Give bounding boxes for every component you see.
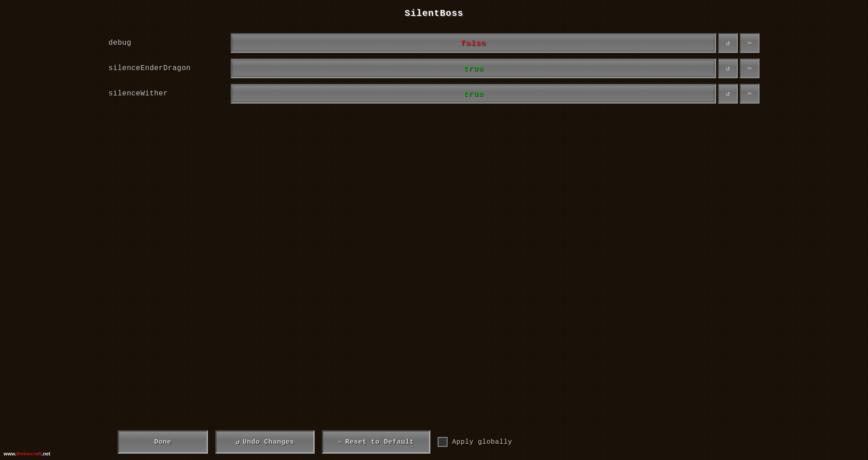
- debug-label: debug: [108, 39, 231, 47]
- silence-wither-value-box[interactable]: true: [231, 84, 716, 104]
- silence-ender-dragon-value-container: true ↺ ✂: [231, 58, 760, 78]
- debug-undo-button[interactable]: ↺: [718, 33, 738, 53]
- watermark-suffix: .net: [42, 451, 51, 456]
- settings-area: debug false ↺ ✂ silenceEnderDragon true …: [0, 28, 868, 104]
- bottom-bar: Done ↺ Undo Changes ✂ Reset to Default A…: [0, 424, 868, 460]
- undo-small-icon-3: ↺: [726, 89, 730, 98]
- reset-to-default-button[interactable]: ✂ Reset to Default: [322, 430, 430, 454]
- apply-globally-container: Apply globally: [438, 437, 512, 447]
- undo-small-icon-2: ↺: [726, 64, 730, 73]
- silence-ender-dragon-label: silenceEnderDragon: [108, 64, 231, 72]
- debug-scissor-button[interactable]: ✂: [740, 33, 760, 53]
- debug-value-box[interactable]: false: [231, 33, 716, 53]
- setting-row-silence-wither: silenceWither true ↺ ✂: [108, 83, 760, 104]
- silence-ender-dragon-value: true: [463, 64, 484, 73]
- undo-changes-button[interactable]: ↺ Undo Changes: [215, 430, 315, 454]
- undo-label: Undo Changes: [243, 438, 294, 446]
- apply-globally-checkbox[interactable]: [438, 437, 448, 447]
- done-button[interactable]: Done: [118, 430, 208, 454]
- silence-wither-value: true: [463, 90, 484, 98]
- silence-ender-dragon-undo-button[interactable]: ↺: [718, 58, 738, 78]
- reset-label: Reset to Default: [345, 438, 414, 446]
- setting-row-debug: debug false ↺ ✂: [108, 32, 760, 54]
- silence-wither-value-container: true ↺ ✂: [231, 84, 760, 104]
- scissor-icon: ✂: [747, 38, 752, 47]
- apply-globally-label: Apply globally: [452, 438, 512, 446]
- reset-icon: ✂: [338, 438, 343, 446]
- watermark-site: 9minecraft: [16, 451, 42, 456]
- silence-ender-dragon-value-box[interactable]: true: [231, 58, 716, 78]
- debug-value-container: false ↺ ✂: [231, 33, 760, 53]
- scissor-icon-2: ✂: [747, 64, 752, 73]
- scissor-icon-3: ✂: [747, 89, 752, 98]
- undo-icon: ↺: [236, 438, 240, 446]
- debug-value: false: [461, 39, 486, 47]
- silence-wither-undo-button[interactable]: ↺: [718, 84, 738, 104]
- watermark-prefix: www.: [4, 451, 16, 456]
- silence-ender-dragon-scissor-button[interactable]: ✂: [740, 58, 760, 78]
- watermark: www.9minecraft.net: [4, 451, 51, 456]
- silence-wither-label: silenceWither: [108, 90, 231, 98]
- undo-small-icon: ↺: [726, 38, 730, 47]
- silence-wither-scissor-button[interactable]: ✂: [740, 84, 760, 104]
- page-title: SilentBoss: [0, 0, 868, 28]
- setting-row-silence-ender-dragon: silenceEnderDragon true ↺ ✂: [108, 57, 760, 79]
